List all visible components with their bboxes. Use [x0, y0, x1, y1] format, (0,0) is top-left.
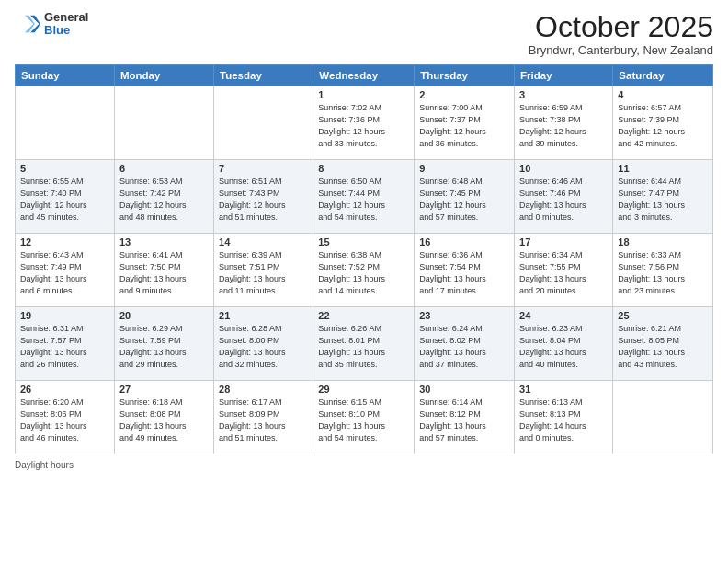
day-number: 4: [618, 89, 708, 100]
day-info: Sunrise: 6:33 AM Sunset: 7:56 PM Dayligh…: [618, 249, 708, 297]
calendar-cell: 17Sunrise: 6:34 AM Sunset: 7:55 PM Dayli…: [515, 234, 613, 307]
day-number: 28: [219, 384, 308, 395]
day-number: 18: [618, 236, 708, 247]
calendar-cell: 24Sunrise: 6:23 AM Sunset: 8:04 PM Dayli…: [515, 307, 613, 381]
day-number: 6: [119, 163, 209, 174]
calendar-cell: 21Sunrise: 6:28 AM Sunset: 8:00 PM Dayli…: [214, 307, 313, 381]
day-number: 23: [419, 310, 509, 321]
logo-text: General Blue: [44, 11, 88, 38]
calendar-cell: 20Sunrise: 6:29 AM Sunset: 7:59 PM Dayli…: [114, 307, 213, 381]
day-number: 27: [119, 384, 209, 395]
calendar-cell: 1Sunrise: 7:02 AM Sunset: 7:36 PM Daylig…: [313, 86, 415, 160]
weekday-header-wednesday: Wednesday: [313, 65, 415, 86]
day-info: Sunrise: 6:48 AM Sunset: 7:45 PM Dayligh…: [419, 176, 509, 224]
day-info: Sunrise: 7:00 AM Sunset: 7:37 PM Dayligh…: [419, 102, 509, 150]
day-number: 22: [318, 310, 409, 321]
calendar-cell: 8Sunrise: 6:50 AM Sunset: 7:44 PM Daylig…: [313, 160, 415, 234]
day-info: Sunrise: 6:38 AM Sunset: 7:52 PM Dayligh…: [318, 249, 409, 297]
day-info: Sunrise: 6:31 AM Sunset: 7:57 PM Dayligh…: [20, 323, 109, 371]
day-number: 26: [20, 384, 109, 395]
calendar-cell: 27Sunrise: 6:18 AM Sunset: 8:08 PM Dayli…: [114, 381, 213, 454]
day-info: Sunrise: 6:39 AM Sunset: 7:51 PM Dayligh…: [219, 249, 308, 297]
day-number: 13: [119, 236, 209, 247]
day-info: Sunrise: 6:57 AM Sunset: 7:39 PM Dayligh…: [618, 102, 708, 150]
calendar-cell: 14Sunrise: 6:39 AM Sunset: 7:51 PM Dayli…: [214, 234, 313, 307]
daylight-hours-label: Daylight hours: [15, 460, 74, 470]
svg-marker-0: [30, 16, 40, 33]
day-number: 21: [219, 310, 308, 321]
day-number: 9: [419, 163, 509, 174]
day-number: 20: [119, 310, 209, 321]
week-row-1: 1Sunrise: 7:02 AM Sunset: 7:36 PM Daylig…: [16, 86, 713, 160]
day-number: 10: [519, 163, 608, 174]
day-info: Sunrise: 6:55 AM Sunset: 7:40 PM Dayligh…: [20, 176, 109, 224]
calendar-cell: 10Sunrise: 6:46 AM Sunset: 7:46 PM Dayli…: [515, 160, 613, 234]
day-number: 30: [419, 384, 509, 395]
month-title: October 2025: [529, 11, 713, 43]
day-number: 2: [419, 89, 509, 100]
logo-blue-text: Blue: [44, 24, 88, 37]
day-info: Sunrise: 6:50 AM Sunset: 7:44 PM Dayligh…: [318, 176, 409, 224]
logo-general-text: General: [44, 11, 88, 24]
calendar-cell: 3Sunrise: 6:59 AM Sunset: 7:38 PM Daylig…: [515, 86, 613, 160]
day-info: Sunrise: 6:36 AM Sunset: 7:54 PM Dayligh…: [419, 249, 509, 297]
day-number: 7: [219, 163, 308, 174]
day-info: Sunrise: 6:51 AM Sunset: 7:43 PM Dayligh…: [219, 176, 308, 224]
footer: Daylight hours: [15, 460, 713, 470]
day-info: Sunrise: 6:15 AM Sunset: 8:10 PM Dayligh…: [318, 396, 409, 444]
day-number: 1: [318, 89, 409, 100]
calendar-cell: 22Sunrise: 6:26 AM Sunset: 8:01 PM Dayli…: [313, 307, 415, 381]
day-number: 8: [318, 163, 409, 174]
calendar-cell: 4Sunrise: 6:57 AM Sunset: 7:39 PM Daylig…: [613, 86, 713, 160]
day-info: Sunrise: 6:59 AM Sunset: 7:38 PM Dayligh…: [519, 102, 608, 150]
day-number: 15: [318, 236, 409, 247]
weekday-header-thursday: Thursday: [415, 65, 515, 86]
calendar-cell: [114, 86, 213, 160]
weekday-header-saturday: Saturday: [613, 65, 713, 86]
day-info: Sunrise: 6:17 AM Sunset: 8:09 PM Dayligh…: [219, 396, 308, 444]
calendar-cell: 2Sunrise: 7:00 AM Sunset: 7:37 PM Daylig…: [415, 86, 515, 160]
logo: General Blue: [15, 11, 88, 38]
title-section: October 2025 Bryndwr, Canterbury, New Ze…: [529, 11, 713, 57]
day-number: 29: [318, 384, 409, 395]
calendar-cell: 31Sunrise: 6:13 AM Sunset: 8:13 PM Dayli…: [515, 381, 613, 454]
day-info: Sunrise: 6:24 AM Sunset: 8:02 PM Dayligh…: [419, 323, 509, 371]
day-number: 19: [20, 310, 109, 321]
calendar-cell: 26Sunrise: 6:20 AM Sunset: 8:06 PM Dayli…: [16, 381, 115, 454]
calendar-cell: [613, 381, 713, 454]
day-info: Sunrise: 6:46 AM Sunset: 7:46 PM Dayligh…: [519, 176, 608, 224]
week-row-5: 26Sunrise: 6:20 AM Sunset: 8:06 PM Dayli…: [16, 381, 713, 454]
week-row-4: 19Sunrise: 6:31 AM Sunset: 7:57 PM Dayli…: [16, 307, 713, 381]
calendar-cell: 11Sunrise: 6:44 AM Sunset: 7:47 PM Dayli…: [613, 160, 713, 234]
calendar-cell: 5Sunrise: 6:55 AM Sunset: 7:40 PM Daylig…: [16, 160, 115, 234]
day-info: Sunrise: 6:29 AM Sunset: 7:59 PM Dayligh…: [119, 323, 209, 371]
weekday-header-sunday: Sunday: [16, 65, 115, 86]
calendar-cell: 25Sunrise: 6:21 AM Sunset: 8:05 PM Dayli…: [613, 307, 713, 381]
weekday-header-friday: Friday: [515, 65, 613, 86]
calendar-cell: 16Sunrise: 6:36 AM Sunset: 7:54 PM Dayli…: [415, 234, 515, 307]
calendar-cell: [16, 86, 115, 160]
day-number: 12: [20, 236, 109, 247]
calendar-cell: 18Sunrise: 6:33 AM Sunset: 7:56 PM Dayli…: [613, 234, 713, 307]
calendar-cell: [214, 86, 313, 160]
calendar-cell: 13Sunrise: 6:41 AM Sunset: 7:50 PM Dayli…: [114, 234, 213, 307]
day-info: Sunrise: 6:21 AM Sunset: 8:05 PM Dayligh…: [618, 323, 708, 371]
day-number: 3: [519, 89, 608, 100]
day-info: Sunrise: 6:34 AM Sunset: 7:55 PM Dayligh…: [519, 249, 608, 297]
weekday-header-monday: Monday: [114, 65, 213, 86]
page: General Blue October 2025 Bryndwr, Cante…: [0, 0, 728, 563]
calendar-cell: 15Sunrise: 6:38 AM Sunset: 7:52 PM Dayli…: [313, 234, 415, 307]
day-info: Sunrise: 7:02 AM Sunset: 7:36 PM Dayligh…: [318, 102, 409, 150]
calendar-cell: 19Sunrise: 6:31 AM Sunset: 7:57 PM Dayli…: [16, 307, 115, 381]
calendar-cell: 29Sunrise: 6:15 AM Sunset: 8:10 PM Dayli…: [313, 381, 415, 454]
day-info: Sunrise: 6:13 AM Sunset: 8:13 PM Dayligh…: [519, 396, 608, 444]
calendar-cell: 30Sunrise: 6:14 AM Sunset: 8:12 PM Dayli…: [415, 381, 515, 454]
day-info: Sunrise: 6:43 AM Sunset: 7:49 PM Dayligh…: [20, 249, 109, 297]
day-number: 5: [20, 163, 109, 174]
day-info: Sunrise: 6:26 AM Sunset: 8:01 PM Dayligh…: [318, 323, 409, 371]
calendar-cell: 12Sunrise: 6:43 AM Sunset: 7:49 PM Dayli…: [16, 234, 115, 307]
day-number: 24: [519, 310, 608, 321]
day-number: 31: [519, 384, 608, 395]
calendar-cell: 6Sunrise: 6:53 AM Sunset: 7:42 PM Daylig…: [114, 160, 213, 234]
day-number: 25: [618, 310, 708, 321]
